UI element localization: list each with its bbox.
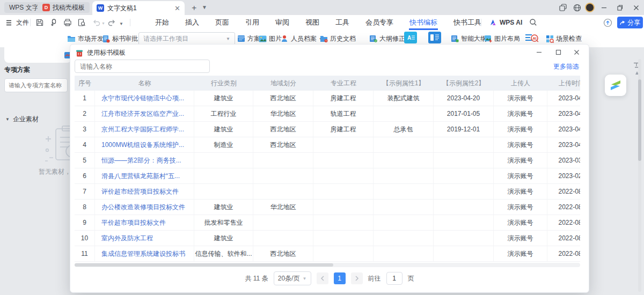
template-name-link[interactable]: 1000MW机组设备系统维护... xyxy=(95,137,194,152)
table-header-col-7: 上传人 xyxy=(494,76,547,91)
template-name-link[interactable]: 集成信息管理系统建设投标书 xyxy=(95,246,194,261)
minimize-icon[interactable] xyxy=(597,0,611,15)
print-icon[interactable] xyxy=(63,18,72,27)
table-cell: 6 xyxy=(75,168,95,183)
table-cell xyxy=(434,168,494,183)
tab-docer-template[interactable]: D 找稿壳模板 xyxy=(38,2,90,13)
search-icon[interactable] xyxy=(529,18,537,26)
table-cell: 10 xyxy=(75,231,95,246)
dialog-minimize-icon[interactable] xyxy=(532,47,546,57)
prev-page-button[interactable] xyxy=(317,272,328,284)
table-cell: 工程行业 xyxy=(194,106,253,121)
file-menu-button[interactable]: 文件 xyxy=(4,17,31,28)
theme-globe-icon[interactable] xyxy=(570,0,584,15)
new-tab-icon[interactable]: ＋ xyxy=(190,3,198,13)
stack-windows-icon[interactable] xyxy=(556,0,570,15)
page-scrollbar-thumb[interactable] xyxy=(638,79,641,161)
sidebar-group-enterprise-material[interactable]: ▼ 企业素材 xyxy=(5,115,39,124)
outline-fix-label: 大纲修正 xyxy=(379,34,405,43)
table-cell: 3 xyxy=(75,122,95,137)
dialog-close-icon[interactable] xyxy=(569,47,583,57)
template-name-link[interactable]: 永宁市现代冷链物流中心项... xyxy=(95,91,194,106)
page-scrollbar[interactable] xyxy=(638,59,641,292)
template-name-link[interactable]: 江舟市经济开发区临空产业... xyxy=(95,106,194,121)
image-layout-icon xyxy=(484,35,492,42)
print-preview-icon[interactable] xyxy=(77,18,86,27)
goto-page-input[interactable] xyxy=(386,272,402,285)
template-name-link[interactable]: 恒源——第2部分：商务技... xyxy=(95,153,194,168)
table-cell: 演示账号 xyxy=(494,91,547,106)
template-name-link[interactable]: 平价超市项目投标文件 xyxy=(95,215,194,230)
table-cell xyxy=(374,106,434,121)
table-hscrollbar[interactable] xyxy=(75,263,580,267)
template-search-input[interactable] xyxy=(75,60,210,73)
image-layout-button[interactable]: 图片布局 xyxy=(484,33,520,44)
more-filters-link[interactable]: 更多筛选 xyxy=(553,62,579,71)
file-menu-label: 文件 xyxy=(16,18,29,27)
table-cell: 演示账号 xyxy=(494,215,547,230)
menu-item-member[interactable]: 会员专享 xyxy=(365,16,394,30)
template-name-link[interactable]: 京州工程大学国际工程师学... xyxy=(95,122,194,137)
menu-item-reference[interactable]: 引用 xyxy=(245,16,260,30)
export-icon[interactable] xyxy=(49,18,58,27)
close-tab-icon[interactable]: ✕ xyxy=(174,4,180,12)
table-hscrollbar-thumb[interactable] xyxy=(75,263,333,267)
cloud-sync-icon[interactable] xyxy=(603,18,612,27)
restore-icon[interactable] xyxy=(613,0,627,15)
menu-item-page[interactable]: 页面 xyxy=(215,16,230,30)
template-name-link[interactable]: 滑县八里营镇龙苑新村“五... xyxy=(95,168,194,183)
smart-outline-label: 智能大纲 xyxy=(461,34,487,43)
personnel-button[interactable]: 人员档案 ▼ xyxy=(281,33,323,44)
page-size-select[interactable]: 20条/页 ▼ xyxy=(274,271,311,285)
market-dev-button[interactable]: 市场开发 xyxy=(67,33,104,44)
menu-item-review[interactable]: 审阅 xyxy=(275,16,290,30)
menu-item-view[interactable]: 视图 xyxy=(305,16,320,30)
avatar[interactable] xyxy=(583,0,597,15)
plan-button[interactable]: 方案 xyxy=(237,33,260,44)
save-icon[interactable] xyxy=(35,18,44,27)
wps-ai-entry[interactable]: WPS AI xyxy=(489,19,522,26)
next-page-button[interactable] xyxy=(351,272,363,284)
template-name-link[interactable]: 室内外及防水工程 xyxy=(95,231,194,246)
table-cell: 演示账号 xyxy=(494,168,547,183)
outline-fix-button[interactable]: 大纲修正 xyxy=(369,33,405,44)
picture-button[interactable]: 图片 xyxy=(259,33,282,44)
menu-item-tools[interactable]: 工具 xyxy=(335,16,350,30)
scene-check-button[interactable]: 场景检查 xyxy=(546,33,582,44)
table-cell xyxy=(253,184,313,199)
ai-check-icon[interactable]: AI xyxy=(525,33,539,43)
layout-card-icon[interactable] xyxy=(428,32,441,43)
table-row: 5恒源——第2部分：商务技...演示账号2023-03- xyxy=(75,153,580,168)
close-window-icon[interactable] xyxy=(629,0,643,15)
smart-outline-button[interactable]: 智能大纲 xyxy=(451,33,487,44)
menu-item-kuaishu-tools[interactable]: 快书工具 xyxy=(453,16,482,30)
menu-item-insert[interactable]: 插入 xyxy=(185,16,200,30)
assistant-launcher[interactable] xyxy=(605,75,626,96)
table-cell xyxy=(374,184,434,199)
table-cell: 建筑业 xyxy=(194,122,253,137)
table-row: 7评价超市经营项目投标文件演示账号2022-08- xyxy=(75,184,580,200)
tab-list-chevron-icon[interactable]: ▼ xyxy=(202,4,207,10)
redo-icon[interactable] xyxy=(107,18,116,27)
format-outline-icon[interactable]: A xyxy=(404,32,417,43)
menu-item-home[interactable]: 开始 xyxy=(155,16,170,30)
table-row: 11集成信息管理系统建设投标书信息传输、软件和...西北地区演示账号2022-0… xyxy=(75,246,580,262)
table-cell xyxy=(313,215,374,230)
more-tools-chevron-icon[interactable]: ▼ xyxy=(119,21,123,26)
menu-item-kuaishu-bid[interactable]: 快书编标 xyxy=(409,16,438,30)
project-select[interactable]: 请选择工作项目 ▼ xyxy=(138,32,235,45)
template-name-link[interactable]: 评价超市经营项目投标文件 xyxy=(95,184,194,199)
page-1-button[interactable]: 1 xyxy=(334,272,346,284)
template-name-link[interactable]: 办公楼改造装修项目投标文件 xyxy=(95,200,194,215)
sidebar-search-input[interactable] xyxy=(4,78,68,92)
share-button[interactable]: 分享 xyxy=(617,17,643,28)
bid-review-button[interactable]: 标书审批 xyxy=(102,33,138,44)
dialog-maximize-icon[interactable] xyxy=(551,47,565,57)
table-cell: 西北地区 xyxy=(253,246,313,261)
tab-document-active[interactable]: W 文字文稿1 ✕ xyxy=(92,1,185,15)
undo-icon[interactable] xyxy=(92,18,101,27)
history-docs-button[interactable]: 历史文档 xyxy=(320,33,356,44)
main-menu: 开始 插入 页面 引用 审阅 视图 工具 会员专享 快书编标 快书工具 xyxy=(155,15,482,30)
undo-chevron-icon[interactable]: ▼ xyxy=(101,21,105,25)
scene-check-label: 场景检查 xyxy=(556,34,582,43)
